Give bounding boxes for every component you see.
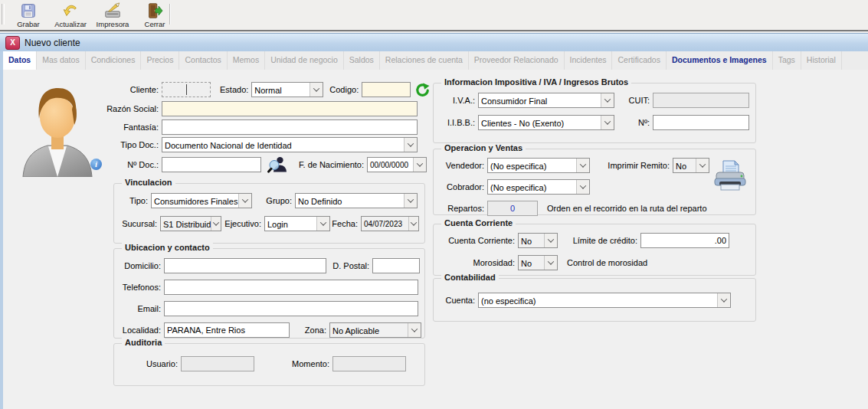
zona-label: Zona: bbox=[294, 326, 326, 335]
impresora-button[interactable]: Impresora bbox=[92, 0, 133, 30]
codigo-label: Codigo: bbox=[329, 85, 359, 94]
toolbar-grip[interactable] bbox=[2, 4, 5, 25]
iibb-nro-input[interactable] bbox=[653, 115, 749, 130]
contabilidad-group: Contabilidad Cuenta: (no especifica) bbox=[433, 278, 756, 322]
floppy-disk-icon bbox=[20, 2, 37, 19]
tab-incidentes[interactable]: Incidentes bbox=[565, 51, 613, 70]
estado-select[interactable]: Normal bbox=[251, 82, 323, 97]
momento-label: Momento: bbox=[267, 359, 329, 368]
vinculacion-title: Vinculacion bbox=[122, 178, 175, 187]
cuenta-select[interactable]: (no especifica) bbox=[478, 293, 731, 308]
vendedor-select[interactable]: (No especifica) bbox=[487, 158, 590, 173]
vendedor-value: (No especifica) bbox=[488, 161, 576, 171]
grupo-select[interactable]: No Definido bbox=[295, 193, 418, 208]
exit-door-icon bbox=[146, 2, 163, 19]
domicilio-label: Domicilio: bbox=[120, 261, 161, 270]
sucursal-label: Sucursal: bbox=[120, 219, 157, 228]
iibb-label: I.I.B.B.: bbox=[440, 118, 475, 127]
person-search-icon[interactable] bbox=[267, 155, 287, 173]
sucursal-value: S1 Distribuidor bbox=[161, 219, 211, 229]
fantasia-label: Fantasía: bbox=[46, 123, 159, 132]
nro-doc-label: Nº Doc.: bbox=[46, 160, 159, 169]
child-window-titlebar[interactable]: X Nuevo cliente bbox=[0, 33, 868, 51]
domicilio-input[interactable] bbox=[164, 258, 326, 273]
toolbar-separator bbox=[169, 4, 171, 25]
fantasia-input[interactable] bbox=[162, 119, 418, 135]
tab-memos[interactable]: Memos bbox=[228, 51, 265, 70]
tab-precios[interactable]: Precios bbox=[141, 51, 179, 70]
repartos-hint: Orden en el recorrido en la ruta del rep… bbox=[547, 204, 707, 213]
tab-condiciones[interactable]: Condiciones bbox=[86, 51, 142, 70]
cuit-label: CUIT: bbox=[621, 96, 650, 105]
iibb-nro-label: Nº: bbox=[621, 118, 650, 127]
dpostal-input[interactable] bbox=[372, 258, 420, 273]
client-tabstrip: Datos Mas datos Condiciones Precios Cont… bbox=[3, 51, 868, 70]
localidad-input[interactable] bbox=[164, 322, 290, 338]
chevron-down-icon bbox=[408, 323, 421, 337]
chevron-down-icon bbox=[544, 234, 557, 247]
datos-tab-panel: Cliente: Estado: Normal Codigo: Razón So… bbox=[3, 70, 868, 409]
refresh-code-icon[interactable] bbox=[415, 83, 430, 97]
cobrador-select[interactable]: (No especifica) bbox=[487, 179, 590, 195]
chevron-down-icon bbox=[717, 293, 730, 307]
tipo-value: Consumidores Finales bbox=[152, 196, 238, 206]
f-nacimiento-value: 00/00/0000 bbox=[368, 160, 413, 169]
f-nacimiento-label: F. de Nacimiento: bbox=[299, 160, 364, 169]
morosidad-select[interactable]: No bbox=[518, 255, 558, 270]
telefonos-label: Telefonos: bbox=[120, 283, 161, 292]
impositiva-group: Informacion Impositiva / IVA / Ingresos … bbox=[433, 83, 756, 143]
cc-value: No bbox=[519, 236, 544, 246]
tab-documentos-e-imagenes[interactable]: Documentos e Imagenes bbox=[667, 51, 773, 70]
repartos-input[interactable] bbox=[487, 201, 538, 216]
tab-historial[interactable]: Historial bbox=[801, 51, 842, 70]
limite-credito-label: Límite de crédito: bbox=[567, 236, 637, 245]
tab-saldos[interactable]: Saldos bbox=[344, 51, 380, 70]
operacion-group: Operacion y Ventas Vendedor: (No especif… bbox=[433, 149, 756, 215]
tab-datos[interactable]: Datos bbox=[3, 51, 37, 70]
tab-certificados[interactable]: Certificados bbox=[612, 51, 666, 70]
imprimir-remito-value: No bbox=[673, 161, 696, 171]
tab-contactos[interactable]: Contactos bbox=[179, 51, 227, 70]
iva-select[interactable]: Consumidor Final bbox=[478, 93, 614, 108]
print-client-icon[interactable] bbox=[712, 159, 748, 193]
info-icon: i bbox=[90, 159, 102, 170]
tab-unidad-de-negocio[interactable]: Unidad de negocio bbox=[265, 51, 344, 70]
refresh-arrow-icon bbox=[62, 2, 79, 19]
zona-value: No Aplicable bbox=[330, 326, 408, 335]
iibb-select[interactable]: Clientes - No (Exento) bbox=[478, 115, 614, 130]
ubicacion-group: Ubicacion y contacto Domicilio: D. Posta… bbox=[113, 248, 425, 339]
limite-credito-input[interactable] bbox=[640, 233, 729, 248]
telefonos-input[interactable] bbox=[164, 280, 418, 295]
zona-select[interactable]: No Aplicable bbox=[329, 322, 421, 338]
imprimir-remito-select[interactable]: No bbox=[673, 158, 709, 173]
actualizar-button[interactable]: Actualizar bbox=[50, 0, 91, 30]
tipo-select[interactable]: Consumidores Finales bbox=[151, 193, 252, 208]
auditoria-title: Auditoria bbox=[122, 338, 165, 347]
cc-label: Cuenta Corriente: bbox=[440, 236, 515, 245]
window-title: Nuevo cliente bbox=[25, 38, 80, 48]
chevron-down-icon bbox=[696, 159, 709, 172]
tipo-doc-label: Tipo Doc.: bbox=[46, 140, 159, 149]
tab-mas-datos[interactable]: Mas datos bbox=[37, 51, 85, 70]
tab-relaciones-de-cuenta[interactable]: Relaciones de cuenta bbox=[380, 51, 469, 70]
sucursal-select[interactable]: S1 Distribuidor bbox=[160, 216, 221, 231]
ejecutivo-select[interactable]: Login bbox=[264, 216, 330, 231]
f-nacimiento-select[interactable]: 00/00/0000 bbox=[367, 157, 427, 172]
ejecutivo-label: Ejecutivo: bbox=[221, 219, 261, 228]
nro-doc-input[interactable] bbox=[162, 157, 261, 172]
codigo-input[interactable] bbox=[362, 82, 411, 97]
main-toolbar: Grabar Actualizar Impresora Cerrar bbox=[0, 0, 868, 31]
morosidad-hint: Control de morosidad bbox=[567, 258, 647, 267]
tab-tags[interactable]: Tags bbox=[773, 51, 801, 70]
grabar-button[interactable]: Grabar bbox=[8, 0, 49, 30]
cobrador-value: (No especifica) bbox=[488, 182, 576, 192]
tipo-doc-select[interactable]: Documento Nacional de Identidad bbox=[162, 137, 418, 152]
cc-select[interactable]: No bbox=[518, 233, 558, 248]
cuenta-corriente-group: Cuenta Corriente Cuenta Corriente: No Lí… bbox=[433, 224, 756, 276]
email-input[interactable] bbox=[164, 301, 418, 316]
razon-social-input[interactable] bbox=[162, 101, 418, 116]
contabilidad-title: Contabilidad bbox=[441, 273, 499, 282]
fecha-select[interactable]: 04/07/2023 bbox=[361, 216, 419, 231]
grupo-label: Grupo: bbox=[257, 196, 292, 205]
tab-proveedor-relacionado[interactable]: Proveedor Relacionado bbox=[469, 51, 565, 70]
